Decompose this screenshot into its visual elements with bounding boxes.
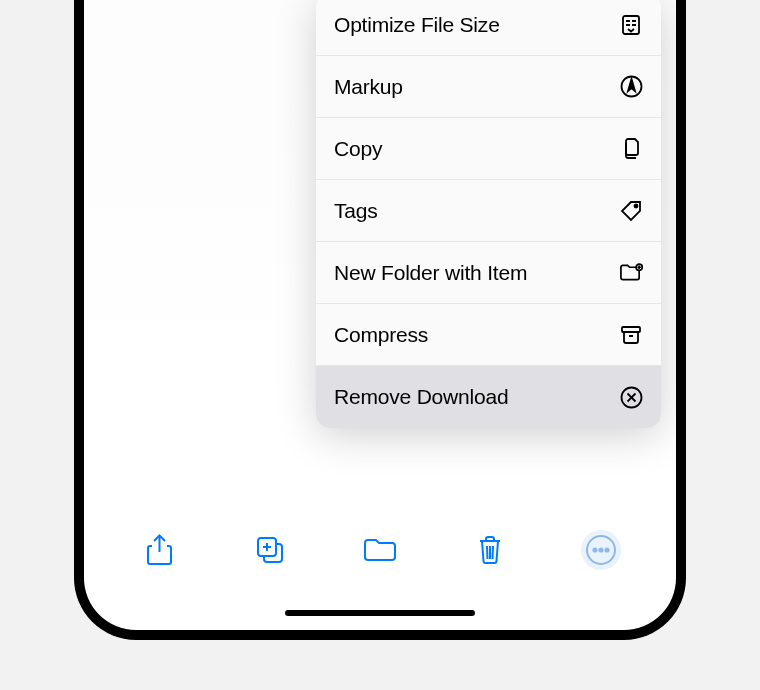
file-reduce-icon xyxy=(619,13,643,37)
menu-label: New Folder with Item xyxy=(334,261,619,285)
menu-label: Optimize File Size xyxy=(334,13,619,37)
move-button[interactable] xyxy=(360,530,400,570)
archive-icon xyxy=(619,323,643,347)
menu-item-optimize[interactable]: Optimize File Size xyxy=(316,0,661,56)
duplicate-button[interactable] xyxy=(250,530,290,570)
menu-label: Tags xyxy=(334,199,619,223)
share-button[interactable] xyxy=(139,530,179,570)
svg-point-22 xyxy=(593,548,596,551)
menu-item-copy[interactable]: Copy xyxy=(316,118,661,180)
markup-icon xyxy=(619,75,643,99)
menu-item-tags[interactable]: Tags xyxy=(316,180,661,242)
remove-icon xyxy=(619,385,643,409)
menu-item-remove-download[interactable]: Remove Download xyxy=(316,366,661,428)
svg-rect-10 xyxy=(622,327,640,332)
menu-label: Markup xyxy=(334,75,619,99)
menu-label: Compress xyxy=(334,323,619,347)
folder-plus-icon xyxy=(619,261,643,285)
svg-point-24 xyxy=(605,548,608,551)
menu-label: Remove Download xyxy=(334,385,619,409)
phone-frame: Optimize File Size Markup xyxy=(74,0,686,640)
menu-item-markup[interactable]: Markup xyxy=(316,56,661,118)
menu-label: Copy xyxy=(334,137,619,161)
more-button[interactable] xyxy=(581,530,621,570)
toolbar xyxy=(84,520,676,580)
context-menu: Optimize File Size Markup xyxy=(316,0,661,428)
svg-line-20 xyxy=(493,546,494,559)
menu-item-new-folder[interactable]: New Folder with Item xyxy=(316,242,661,304)
delete-button[interactable] xyxy=(470,530,510,570)
home-indicator[interactable] xyxy=(285,610,475,616)
svg-point-6 xyxy=(635,204,638,207)
svg-point-23 xyxy=(599,548,602,551)
screen: Optimize File Size Markup xyxy=(84,0,676,630)
svg-line-18 xyxy=(487,546,488,559)
copy-icon xyxy=(619,137,643,161)
tag-icon xyxy=(619,199,643,223)
menu-item-compress[interactable]: Compress xyxy=(316,304,661,366)
